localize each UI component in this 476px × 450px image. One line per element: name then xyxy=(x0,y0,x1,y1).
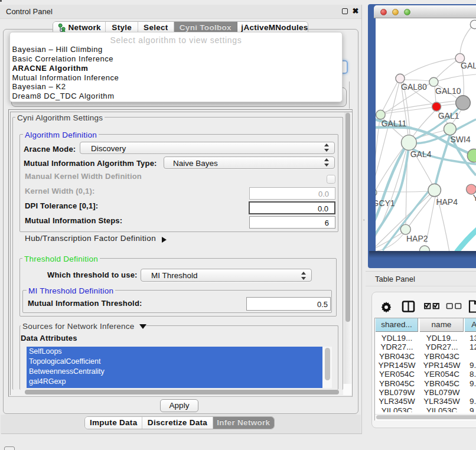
svg-text:GAL11: GAL11 xyxy=(382,119,407,128)
svg-text:GCY1: GCY1 xyxy=(376,198,395,208)
svg-text:GAL80: GAL80 xyxy=(401,82,427,92)
svg-text:HAP4: HAP4 xyxy=(436,197,458,207)
svg-text:GAL2: GAL2 xyxy=(461,61,476,70)
svg-text:YDR: YDR xyxy=(473,193,476,203)
svg-text:GAL4: GAL4 xyxy=(410,149,432,159)
svg-text:GAL1: GAL1 xyxy=(438,111,459,120)
svg-text:HAP2: HAP2 xyxy=(406,234,428,243)
svg-text:GAL10: GAL10 xyxy=(435,86,461,96)
svg-text:SWI4: SWI4 xyxy=(451,135,471,144)
